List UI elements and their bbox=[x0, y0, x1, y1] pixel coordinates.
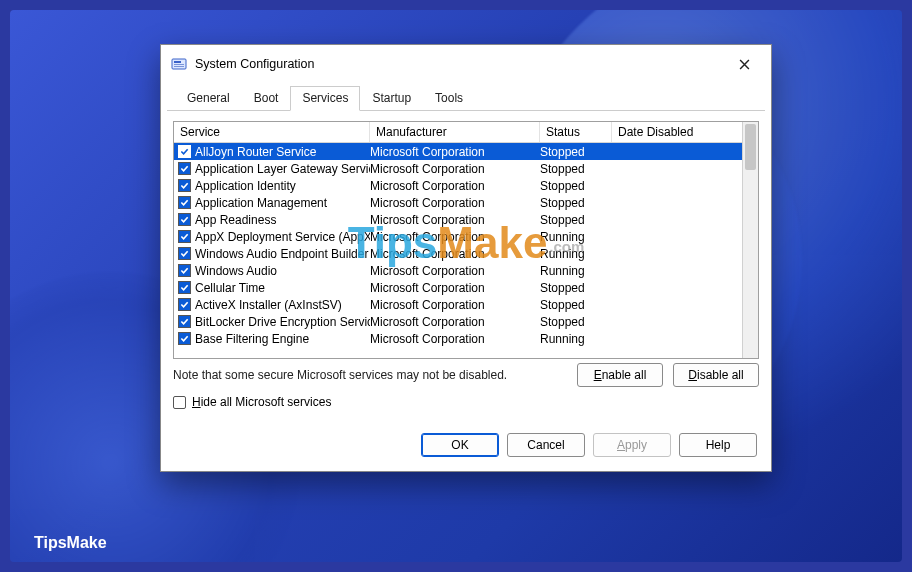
apply-button: Apply bbox=[593, 433, 671, 457]
service-manufacturer: Microsoft Corporation bbox=[370, 332, 540, 346]
titlebar: System Configuration bbox=[161, 45, 771, 81]
hide-ms-label[interactable]: Hide all Microsoft services bbox=[192, 395, 331, 409]
service-name: App Readiness bbox=[195, 213, 276, 227]
service-checkbox[interactable] bbox=[178, 230, 191, 243]
tab-boot[interactable]: Boot bbox=[242, 86, 291, 111]
disable-all-button[interactable]: Disable all bbox=[673, 363, 759, 387]
service-status: Stopped bbox=[540, 162, 612, 176]
service-manufacturer: Microsoft Corporation bbox=[370, 247, 540, 261]
service-checkbox[interactable] bbox=[178, 162, 191, 175]
tab-general[interactable]: General bbox=[175, 86, 242, 111]
scrollbar[interactable] bbox=[742, 122, 758, 358]
col-service[interactable]: Service bbox=[174, 122, 370, 142]
services-panel: Service Manufacturer Status Date Disable… bbox=[161, 111, 771, 421]
service-checkbox[interactable] bbox=[178, 332, 191, 345]
svg-rect-2 bbox=[174, 64, 184, 65]
svg-rect-1 bbox=[174, 61, 181, 63]
col-manufacturer[interactable]: Manufacturer bbox=[370, 122, 540, 142]
note-text: Note that some secure Microsoft services… bbox=[173, 368, 567, 382]
service-checkbox[interactable] bbox=[178, 281, 191, 294]
service-name: BitLocker Drive Encryption Service bbox=[195, 315, 370, 329]
col-date-disabled[interactable]: Date Disabled bbox=[612, 122, 742, 142]
service-checkbox[interactable] bbox=[178, 196, 191, 209]
service-name: Cellular Time bbox=[195, 281, 265, 295]
msconfig-icon bbox=[171, 56, 187, 72]
service-manufacturer: Microsoft Corporation bbox=[370, 213, 540, 227]
table-row[interactable]: Cellular TimeMicrosoft CorporationStoppe… bbox=[174, 279, 742, 296]
table-row[interactable]: AppX Deployment Service (AppX...Microsof… bbox=[174, 228, 742, 245]
system-configuration-dialog: System Configuration General Boot Servic… bbox=[160, 44, 772, 472]
tab-services[interactable]: Services bbox=[290, 86, 360, 111]
service-manufacturer: Microsoft Corporation bbox=[370, 179, 540, 193]
service-manufacturer: Microsoft Corporation bbox=[370, 264, 540, 278]
service-checkbox[interactable] bbox=[178, 145, 191, 158]
table-row[interactable]: Base Filtering EngineMicrosoft Corporati… bbox=[174, 330, 742, 347]
service-status: Stopped bbox=[540, 281, 612, 295]
service-status: Running bbox=[540, 332, 612, 346]
tab-startup[interactable]: Startup bbox=[360, 86, 423, 111]
enable-all-button[interactable]: Enable all bbox=[577, 363, 663, 387]
table-row[interactable]: ActiveX Installer (AxInstSV)Microsoft Co… bbox=[174, 296, 742, 313]
service-status: Running bbox=[540, 247, 612, 261]
service-manufacturer: Microsoft Corporation bbox=[370, 145, 540, 159]
service-status: Stopped bbox=[540, 196, 612, 210]
tabstrip: General Boot Services Startup Tools bbox=[167, 81, 765, 111]
service-status: Running bbox=[540, 264, 612, 278]
service-name: Windows Audio Endpoint Builder bbox=[195, 247, 368, 261]
table-row[interactable]: Application Layer Gateway ServiceMicroso… bbox=[174, 160, 742, 177]
service-status: Running bbox=[540, 230, 612, 244]
service-checkbox[interactable] bbox=[178, 298, 191, 311]
brand-label: TipsMake bbox=[34, 534, 107, 552]
scroll-thumb[interactable] bbox=[745, 124, 756, 170]
service-status: Stopped bbox=[540, 179, 612, 193]
table-row[interactable]: Windows Audio Endpoint BuilderMicrosoft … bbox=[174, 245, 742, 262]
service-name: Application Layer Gateway Service bbox=[195, 162, 370, 176]
service-manufacturer: Microsoft Corporation bbox=[370, 281, 540, 295]
help-button[interactable]: Help bbox=[679, 433, 757, 457]
service-name: Windows Audio bbox=[195, 264, 277, 278]
service-name: Application Identity bbox=[195, 179, 296, 193]
table-row[interactable]: Application ManagementMicrosoft Corporat… bbox=[174, 194, 742, 211]
service-status: Stopped bbox=[540, 145, 612, 159]
table-row[interactable]: AllJoyn Router ServiceMicrosoft Corporat… bbox=[174, 143, 742, 160]
list-header: Service Manufacturer Status Date Disable… bbox=[174, 122, 742, 143]
service-manufacturer: Microsoft Corporation bbox=[370, 298, 540, 312]
service-name: AppX Deployment Service (AppX... bbox=[195, 230, 370, 244]
hide-ms-checkbox[interactable] bbox=[173, 396, 186, 409]
service-status: Stopped bbox=[540, 315, 612, 329]
dialog-buttons: OK Cancel Apply Help bbox=[161, 421, 771, 471]
service-checkbox[interactable] bbox=[178, 179, 191, 192]
tab-tools[interactable]: Tools bbox=[423, 86, 475, 111]
desktop-wallpaper: System Configuration General Boot Servic… bbox=[10, 10, 902, 562]
col-status[interactable]: Status bbox=[540, 122, 612, 142]
service-manufacturer: Microsoft Corporation bbox=[370, 196, 540, 210]
service-status: Stopped bbox=[540, 213, 612, 227]
ok-button[interactable]: OK bbox=[421, 433, 499, 457]
cancel-button[interactable]: Cancel bbox=[507, 433, 585, 457]
service-status: Stopped bbox=[540, 298, 612, 312]
service-manufacturer: Microsoft Corporation bbox=[370, 230, 540, 244]
service-name: Application Management bbox=[195, 196, 327, 210]
service-name: AllJoyn Router Service bbox=[195, 145, 316, 159]
dialog-title: System Configuration bbox=[195, 57, 727, 71]
service-manufacturer: Microsoft Corporation bbox=[370, 315, 540, 329]
service-name: Base Filtering Engine bbox=[195, 332, 309, 346]
service-checkbox[interactable] bbox=[178, 264, 191, 277]
service-checkbox[interactable] bbox=[178, 315, 191, 328]
svg-rect-3 bbox=[174, 66, 184, 67]
service-checkbox[interactable] bbox=[178, 247, 191, 260]
service-manufacturer: Microsoft Corporation bbox=[370, 162, 540, 176]
table-row[interactable]: Application IdentityMicrosoft Corporatio… bbox=[174, 177, 742, 194]
table-row[interactable]: Windows AudioMicrosoft CorporationRunnin… bbox=[174, 262, 742, 279]
service-name: ActiveX Installer (AxInstSV) bbox=[195, 298, 342, 312]
service-checkbox[interactable] bbox=[178, 213, 191, 226]
table-row[interactable]: App ReadinessMicrosoft CorporationStoppe… bbox=[174, 211, 742, 228]
close-button[interactable] bbox=[727, 53, 761, 75]
services-list[interactable]: Service Manufacturer Status Date Disable… bbox=[173, 121, 759, 359]
table-row[interactable]: BitLocker Drive Encryption ServiceMicros… bbox=[174, 313, 742, 330]
